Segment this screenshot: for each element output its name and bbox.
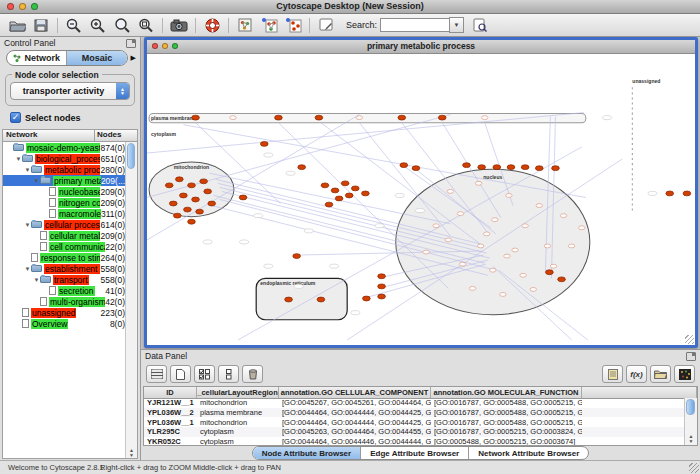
tree-row[interactable]: unassigned223(0) — [3, 307, 126, 318]
layout-edges-icon[interactable] — [281, 15, 305, 35]
network-node-unselected[interactable] — [568, 244, 574, 248]
network-node[interactable] — [683, 191, 691, 196]
network-node-unselected[interactable] — [504, 254, 510, 258]
zoom-in-icon[interactable] — [86, 15, 110, 35]
column-header[interactable]: ID — [144, 387, 197, 398]
tab-network-attribute-browser[interactable]: Network Attribute Browser — [469, 447, 588, 459]
network-node-unselected[interactable] — [492, 218, 498, 222]
network-node-unselected[interactable] — [459, 262, 465, 266]
network-node[interactable] — [200, 179, 208, 184]
network-node-unselected[interactable] — [475, 181, 481, 185]
network-node[interactable] — [362, 191, 370, 196]
save-icon[interactable] — [29, 15, 53, 35]
network-node-unselected[interactable] — [490, 268, 496, 272]
network-node[interactable] — [317, 297, 325, 302]
table-row[interactable]: YKR052Ccytoplasm[GO:0044464, GO:0044446,… — [144, 437, 685, 446]
network-node[interactable] — [321, 183, 329, 188]
expand-arrow-icon[interactable]: ▼ — [33, 178, 40, 184]
tab-node-attribute-browser[interactable]: Node Attribute Browser — [253, 447, 362, 459]
network-node-unselected[interactable] — [481, 116, 487, 120]
tree-row[interactable]: ▼transport558(0) — [3, 274, 126, 285]
network-node[interactable] — [363, 296, 371, 301]
network-node[interactable] — [378, 294, 386, 299]
network-node[interactable] — [493, 165, 501, 170]
network-node[interactable] — [398, 115, 406, 120]
network-node-unselected[interactable] — [536, 204, 542, 208]
unselect-attributes-icon[interactable] — [218, 365, 239, 383]
network-node-unselected[interactable] — [483, 232, 489, 236]
select-nodes-checkbox[interactable]: ✓ — [10, 112, 21, 123]
tab-network[interactable]: Network — [7, 51, 67, 65]
annotation-icon[interactable] — [314, 15, 338, 35]
network-node[interactable] — [558, 277, 566, 282]
network-node[interactable] — [196, 209, 204, 214]
network-node-unselected[interactable] — [506, 194, 512, 198]
network-node[interactable] — [315, 115, 323, 120]
snapshot-camera-icon[interactable] — [167, 15, 191, 35]
search-input[interactable] — [380, 18, 449, 32]
network-node[interactable] — [192, 197, 200, 202]
network-node[interactable] — [535, 166, 543, 171]
network-node[interactable] — [463, 163, 471, 168]
network-node[interactable] — [188, 219, 196, 224]
column-header[interactable]: annotation.GO MOLECULAR_FUNCTION — [431, 387, 582, 398]
expand-arrow-icon[interactable]: ▼ — [15, 156, 22, 162]
network-node-unselected[interactable] — [500, 293, 506, 297]
column-header[interactable]: annotation.GO CELLULAR_COMPONENT — [279, 387, 431, 398]
network-node-unselected[interactable] — [447, 189, 453, 193]
window-resize-grip[interactable] — [685, 335, 694, 344]
tree-row[interactable]: Overview8(0) — [3, 318, 126, 329]
table-row[interactable]: YLR295Ccytoplasm[GO:0045263, GO:0044464,… — [144, 427, 685, 437]
expand-arrow-icon[interactable]: ▼ — [33, 277, 40, 283]
network-node[interactable] — [412, 166, 420, 171]
network-node[interactable] — [345, 193, 353, 198]
network-node-unselected[interactable] — [512, 248, 518, 252]
network-node-unselected[interactable] — [522, 224, 528, 228]
more-tabs-arrow-icon[interactable]: ▶ — [131, 54, 136, 62]
network-node[interactable] — [552, 166, 560, 171]
open-folder-icon[interactable] — [5, 15, 29, 35]
network-node[interactable] — [239, 195, 247, 200]
network-node[interactable] — [192, 115, 200, 120]
network-node-unselected[interactable] — [550, 264, 556, 268]
function-builder-icon[interactable]: f(x) — [626, 365, 647, 383]
tree-row[interactable]: mosaic-demo-yeast874(0) — [3, 142, 126, 153]
network-node-unselected[interactable] — [544, 244, 550, 248]
zoom-fit-icon[interactable] — [110, 15, 134, 35]
network-node[interactable] — [169, 201, 177, 206]
zoom-out-icon[interactable] — [62, 15, 86, 35]
column-header[interactable]: _cellularLayoutRegion — [197, 387, 279, 398]
float-panel-icon[interactable] — [126, 39, 136, 48]
network-node[interactable] — [184, 207, 192, 212]
tree-row[interactable]: ▼biological_process651(0) — [3, 153, 126, 164]
search-dropdown-icon[interactable]: ▼ — [449, 17, 464, 33]
network-node[interactable] — [208, 201, 216, 206]
tree-row[interactable]: nucleobase-209(0) — [3, 186, 126, 197]
import-folder-icon[interactable] — [650, 365, 671, 383]
tree-row[interactable]: cell communicat22(0) — [3, 241, 126, 252]
network-node-unselected[interactable] — [579, 226, 585, 230]
network-node[interactable] — [521, 165, 529, 170]
tree-row[interactable]: multi-organism pro42(0) — [3, 296, 126, 307]
network-node[interactable] — [507, 165, 515, 170]
help-lifering-icon[interactable] — [200, 15, 224, 35]
network-node-unselected[interactable] — [520, 273, 526, 277]
network-node[interactable] — [260, 142, 268, 147]
network-node[interactable] — [176, 177, 184, 182]
network-node-unselected[interactable] — [423, 250, 429, 254]
expand-arrow-icon[interactable]: ▼ — [24, 266, 31, 272]
node-color-select[interactable]: transporter activity ▲▼ — [10, 82, 130, 100]
layout-nodes-icon[interactable] — [257, 15, 281, 35]
network-view-window[interactable]: primary metabolic process nucleusmitocho… — [144, 37, 698, 348]
network-node-unselected[interactable] — [433, 224, 439, 228]
network-node[interactable] — [331, 188, 339, 193]
network-node[interactable] — [438, 115, 446, 120]
network-node-unselected[interactable] — [469, 286, 475, 290]
network-node[interactable] — [378, 274, 386, 279]
network-node[interactable] — [165, 183, 173, 188]
network-node[interactable] — [204, 189, 212, 194]
advanced-search-icon[interactable] — [468, 15, 492, 35]
network-node[interactable] — [188, 183, 196, 188]
network-node-unselected[interactable] — [445, 238, 451, 242]
network-node[interactable] — [180, 193, 188, 198]
